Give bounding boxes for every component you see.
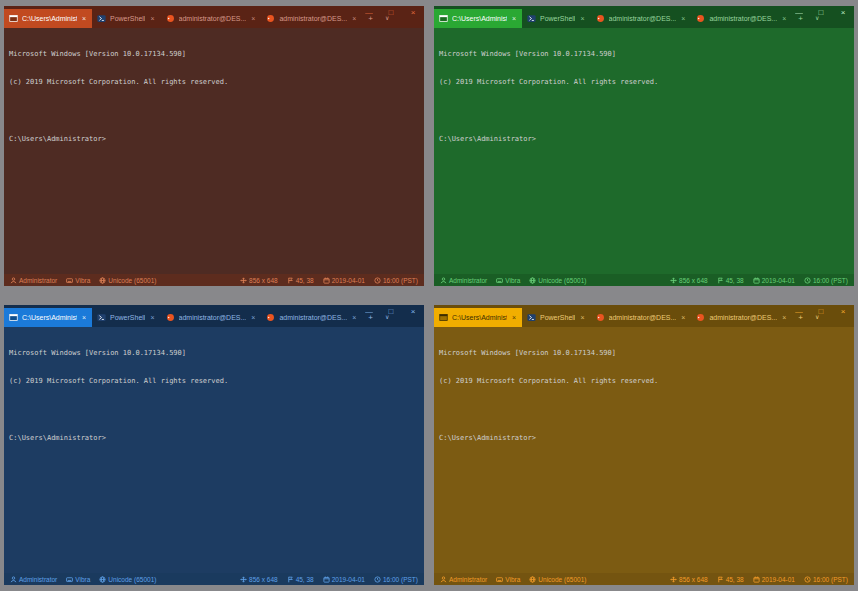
status-size-label: 856 x 648 (679, 277, 708, 284)
close-button[interactable]: × (832, 305, 854, 320)
status-shell: Vibra (496, 277, 520, 284)
tab-close-icon[interactable]: × (781, 15, 787, 22)
tab-powershell[interactable]: PowerShell × (92, 308, 161, 327)
globe-icon (529, 277, 536, 284)
close-button[interactable]: × (402, 6, 424, 21)
tab-label: PowerShell (110, 314, 145, 321)
status-time: 16:00 (PST) (374, 576, 418, 583)
tab-command-prompt[interactable]: C:\Users\Administr... × (4, 9, 92, 28)
terminal-line-copyright: (c) 2019 Microsoft Corporation. All righ… (9, 377, 419, 386)
status-user-label: Administrator (449, 277, 487, 284)
calendar-icon (753, 277, 760, 284)
terminal-screen[interactable]: Microsoft Windows [Version 10.0.17134.59… (4, 327, 424, 573)
tab-command-prompt[interactable]: C:\Users\Administr... × (434, 9, 522, 28)
tab-powershell[interactable]: PowerShell × (92, 9, 161, 28)
tab-bar: C:\Users\Administr... × PowerShell × adm… (434, 6, 854, 28)
tab-close-icon[interactable]: × (149, 15, 155, 22)
tab-label: administrator@DES... (609, 314, 677, 321)
terminal-prompt: C:\Users\Administrator> (9, 434, 419, 443)
tab-close-icon[interactable]: × (81, 314, 87, 321)
tab-bar: C:\Users\Administr... × PowerShell × adm… (4, 305, 424, 327)
tab-close-icon[interactable]: × (250, 15, 256, 22)
tab-ssh-1[interactable]: administrator@DES... × (591, 9, 692, 28)
status-bar: Administrator Vibra Unicode (65001) 856 … (4, 573, 424, 585)
maximize-button[interactable]: □ (380, 305, 402, 320)
tab-command-prompt[interactable]: C:\Users\Administr... × (4, 308, 92, 327)
status-bar: Administrator Vibra Unicode (65001) 856 … (4, 274, 424, 286)
tab-label: administrator@DES... (709, 15, 777, 22)
globe-icon (99, 277, 106, 284)
tab-ssh-1[interactable]: administrator@DES... × (161, 308, 262, 327)
status-shell-label: Vibra (505, 277, 520, 284)
status-position-label: 45, 38 (296, 277, 314, 284)
status-encoding: Unicode (65001) (99, 576, 156, 583)
maximize-button[interactable]: □ (810, 305, 832, 320)
close-button[interactable]: × (402, 305, 424, 320)
tab-ssh-2[interactable]: administrator@DES... × (691, 308, 792, 327)
tab-powershell[interactable]: PowerShell × (522, 9, 591, 28)
desktop-grid: C:\Users\Administr... × PowerShell × adm… (0, 0, 858, 591)
minimize-button[interactable]: — (358, 6, 380, 21)
tab-ssh-2[interactable]: administrator@DES... × (691, 9, 792, 28)
status-time: 16:00 (PST) (804, 277, 848, 284)
tab-ssh-2[interactable]: administrator@DES... × (261, 9, 362, 28)
tab-powershell[interactable]: PowerShell × (522, 308, 591, 327)
tab-close-icon[interactable]: × (149, 314, 155, 321)
status-window-size: 856 x 648 (670, 277, 708, 284)
tab-close-icon[interactable]: × (351, 15, 357, 22)
tab-close-icon[interactable]: × (680, 314, 686, 321)
terminal-screen[interactable]: Microsoft Windows [Version 10.0.17134.59… (434, 28, 854, 274)
keyboard-icon (66, 277, 73, 284)
status-date-label: 2019-04-01 (762, 576, 795, 583)
status-left-group: Administrator Vibra Unicode (65001) (440, 576, 595, 583)
close-button[interactable]: × (832, 6, 854, 21)
terminal-line-blank (9, 107, 419, 116)
maximize-button[interactable]: □ (380, 6, 402, 21)
user-icon (10, 576, 17, 583)
tab-close-icon[interactable]: × (579, 15, 585, 22)
tab-label: PowerShell (540, 15, 575, 22)
tab-close-icon[interactable]: × (511, 314, 517, 321)
terminal-prompt: C:\Users\Administrator> (9, 135, 419, 144)
tab-close-icon[interactable]: × (579, 314, 585, 321)
status-encoding-label: Unicode (65001) (538, 277, 586, 284)
tab-ssh-1[interactable]: administrator@DES... × (161, 9, 262, 28)
ubuntu-icon (696, 14, 705, 23)
tab-bar: C:\Users\Administr... × PowerShell × adm… (4, 6, 424, 28)
cmd-icon (439, 14, 448, 23)
tab-ssh-1[interactable]: administrator@DES... × (591, 308, 692, 327)
clock-icon (804, 576, 811, 583)
tab-close-icon[interactable]: × (81, 15, 87, 22)
minimize-button[interactable]: — (358, 305, 380, 320)
tab-close-icon[interactable]: × (250, 314, 256, 321)
ubuntu-icon (266, 313, 275, 322)
minimize-button[interactable]: — (788, 305, 810, 320)
status-bar: Administrator Vibra Unicode (65001) 856 … (434, 573, 854, 585)
keyboard-icon (496, 277, 503, 284)
terminal-screen[interactable]: Microsoft Windows [Version 10.0.17134.59… (4, 28, 424, 274)
tab-close-icon[interactable]: × (781, 314, 787, 321)
tab-close-icon[interactable]: × (511, 15, 517, 22)
window-controls: — □ × (788, 305, 854, 320)
cmd-icon (439, 313, 448, 322)
terminal-line-version: Microsoft Windows [Version 10.0.17134.59… (439, 349, 849, 358)
tab-ssh-2[interactable]: administrator@DES... × (261, 308, 362, 327)
terminal-line-blank (439, 107, 849, 116)
tab-close-icon[interactable]: × (351, 314, 357, 321)
minimize-button[interactable]: — (788, 6, 810, 21)
window-controls: — □ × (358, 6, 424, 21)
terminal-line-copyright: (c) 2019 Microsoft Corporation. All righ… (439, 78, 849, 87)
tab-command-prompt[interactable]: C:\Users\Administr... × (434, 308, 522, 327)
status-window-size: 856 x 648 (240, 576, 278, 583)
status-user: Administrator (10, 576, 57, 583)
terminal-line-copyright: (c) 2019 Microsoft Corporation. All righ… (9, 78, 419, 87)
powershell-icon (527, 313, 536, 322)
terminal-screen[interactable]: Microsoft Windows [Version 10.0.17134.59… (434, 327, 854, 573)
maximize-button[interactable]: □ (810, 6, 832, 21)
status-user-label: Administrator (19, 277, 57, 284)
tab-close-icon[interactable]: × (680, 15, 686, 22)
status-window-size: 856 x 648 (240, 277, 278, 284)
terminal-line-blank (439, 406, 849, 415)
status-cursor-position: 45, 38 (717, 576, 744, 583)
status-encoding-label: Unicode (65001) (538, 576, 586, 583)
